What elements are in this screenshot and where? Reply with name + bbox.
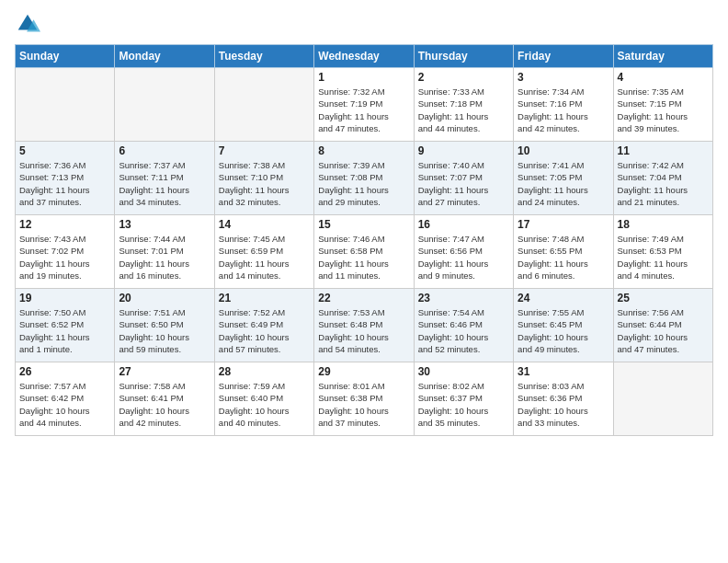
day-info: Sunrise: 7:46 AM Sunset: 6:58 PM Dayligh… [318, 233, 409, 282]
day-info: Sunrise: 7:35 AM Sunset: 7:15 PM Dayligh… [618, 86, 709, 134]
calendar-day-20: 20Sunrise: 7:51 AM Sunset: 6:50 PM Dayli… [115, 289, 214, 362]
calendar-day-13: 13Sunrise: 7:44 AM Sunset: 7:01 PM Dayli… [115, 215, 214, 289]
day-number: 10 [518, 144, 609, 157]
calendar-header-sunday: Sunday [16, 45, 115, 68]
day-info: Sunrise: 7:37 AM Sunset: 7:11 PM Dayligh… [119, 159, 210, 208]
logo [15, 11, 44, 37]
logo-icon [15, 11, 40, 37]
calendar-week-row: 5Sunrise: 7:36 AM Sunset: 7:13 PM Daylig… [16, 142, 713, 215]
calendar: SundayMondayTuesdayWednesdayThursdayFrid… [15, 44, 713, 436]
day-number: 16 [418, 218, 509, 231]
day-number: 6 [119, 144, 210, 157]
day-number: 12 [19, 218, 110, 231]
calendar-day-9: 9Sunrise: 7:40 AM Sunset: 7:07 PM Daylig… [414, 142, 513, 215]
calendar-day-16: 16Sunrise: 7:47 AM Sunset: 6:56 PM Dayli… [414, 215, 513, 289]
calendar-week-row: 19Sunrise: 7:50 AM Sunset: 6:52 PM Dayli… [16, 289, 713, 362]
day-number: 24 [518, 292, 609, 304]
calendar-day-14: 14Sunrise: 7:45 AM Sunset: 6:59 PM Dayli… [214, 215, 313, 289]
calendar-day-27: 27Sunrise: 7:58 AM Sunset: 6:41 PM Dayli… [115, 362, 214, 436]
calendar-day-22: 22Sunrise: 7:53 AM Sunset: 6:48 PM Dayli… [314, 289, 414, 362]
calendar-day-2: 2Sunrise: 7:33 AM Sunset: 7:18 PM Daylig… [414, 68, 513, 142]
day-info: Sunrise: 7:43 AM Sunset: 7:02 PM Dayligh… [19, 233, 110, 282]
day-number: 9 [418, 144, 509, 157]
calendar-day-23: 23Sunrise: 7:54 AM Sunset: 6:46 PM Dayli… [414, 289, 513, 362]
day-number: 5 [19, 144, 110, 157]
day-number: 31 [518, 365, 609, 378]
calendar-day-25: 25Sunrise: 7:56 AM Sunset: 6:44 PM Dayli… [613, 289, 712, 362]
day-info: Sunrise: 7:54 AM Sunset: 6:46 PM Dayligh… [418, 306, 509, 355]
day-number: 11 [618, 144, 709, 157]
day-info: Sunrise: 8:01 AM Sunset: 6:38 PM Dayligh… [318, 380, 409, 429]
day-number: 30 [418, 365, 509, 378]
calendar-day-4: 4Sunrise: 7:35 AM Sunset: 7:15 PM Daylig… [613, 68, 712, 142]
day-info: Sunrise: 7:42 AM Sunset: 7:04 PM Dayligh… [618, 159, 709, 208]
calendar-day-21: 21Sunrise: 7:52 AM Sunset: 6:49 PM Dayli… [214, 289, 313, 362]
calendar-empty-cell [214, 68, 313, 142]
calendar-day-7: 7Sunrise: 7:38 AM Sunset: 7:10 PM Daylig… [214, 142, 313, 215]
day-info: Sunrise: 7:59 AM Sunset: 6:40 PM Dayligh… [219, 380, 310, 429]
day-info: Sunrise: 7:34 AM Sunset: 7:16 PM Dayligh… [518, 86, 609, 134]
calendar-empty-cell [16, 68, 115, 142]
day-info: Sunrise: 7:52 AM Sunset: 6:49 PM Dayligh… [219, 306, 310, 355]
calendar-day-3: 3Sunrise: 7:34 AM Sunset: 7:16 PM Daylig… [514, 68, 613, 142]
day-number: 2 [418, 71, 509, 84]
calendar-week-row: 26Sunrise: 7:57 AM Sunset: 6:42 PM Dayli… [16, 362, 713, 436]
day-info: Sunrise: 7:38 AM Sunset: 7:10 PM Dayligh… [219, 159, 310, 208]
calendar-empty-cell [613, 362, 712, 436]
day-number: 17 [518, 218, 609, 231]
calendar-week-row: 12Sunrise: 7:43 AM Sunset: 7:02 PM Dayli… [16, 215, 713, 289]
calendar-header-friday: Friday [514, 45, 613, 68]
calendar-day-11: 11Sunrise: 7:42 AM Sunset: 7:04 PM Dayli… [613, 142, 712, 215]
calendar-week-row: 1Sunrise: 7:32 AM Sunset: 7:19 PM Daylig… [16, 68, 713, 142]
day-info: Sunrise: 7:58 AM Sunset: 6:41 PM Dayligh… [119, 380, 210, 429]
day-number: 1 [318, 71, 409, 84]
day-info: Sunrise: 7:57 AM Sunset: 6:42 PM Dayligh… [19, 380, 110, 429]
calendar-day-30: 30Sunrise: 8:02 AM Sunset: 6:37 PM Dayli… [414, 362, 513, 436]
day-number: 29 [318, 365, 409, 378]
calendar-day-31: 31Sunrise: 8:03 AM Sunset: 6:36 PM Dayli… [514, 362, 613, 436]
day-number: 28 [219, 365, 310, 378]
page: SundayMondayTuesdayWednesdayThursdayFrid… [0, 0, 728, 563]
calendar-header-row: SundayMondayTuesdayWednesdayThursdayFrid… [16, 45, 713, 68]
calendar-day-29: 29Sunrise: 8:01 AM Sunset: 6:38 PM Dayli… [314, 362, 414, 436]
day-number: 21 [219, 292, 310, 304]
day-info: Sunrise: 7:33 AM Sunset: 7:18 PM Dayligh… [418, 86, 509, 134]
calendar-day-5: 5Sunrise: 7:36 AM Sunset: 7:13 PM Daylig… [16, 142, 115, 215]
day-info: Sunrise: 7:56 AM Sunset: 6:44 PM Dayligh… [618, 306, 709, 355]
day-number: 25 [618, 292, 709, 304]
day-number: 14 [219, 218, 310, 231]
day-info: Sunrise: 7:48 AM Sunset: 6:55 PM Dayligh… [518, 233, 609, 282]
day-number: 15 [318, 218, 409, 231]
calendar-empty-cell [115, 68, 214, 142]
day-number: 7 [219, 144, 310, 157]
day-number: 20 [119, 292, 210, 304]
calendar-day-24: 24Sunrise: 7:55 AM Sunset: 6:45 PM Dayli… [514, 289, 613, 362]
calendar-day-6: 6Sunrise: 7:37 AM Sunset: 7:11 PM Daylig… [115, 142, 214, 215]
calendar-day-17: 17Sunrise: 7:48 AM Sunset: 6:55 PM Dayli… [514, 215, 613, 289]
day-info: Sunrise: 7:49 AM Sunset: 6:53 PM Dayligh… [618, 233, 709, 282]
day-number: 8 [318, 144, 409, 157]
day-number: 27 [119, 365, 210, 378]
day-info: Sunrise: 7:51 AM Sunset: 6:50 PM Dayligh… [119, 306, 210, 355]
day-number: 13 [119, 218, 210, 231]
day-info: Sunrise: 7:45 AM Sunset: 6:59 PM Dayligh… [219, 233, 310, 282]
day-info: Sunrise: 7:39 AM Sunset: 7:08 PM Dayligh… [318, 159, 409, 208]
day-number: 19 [19, 292, 110, 304]
day-number: 23 [418, 292, 509, 304]
day-number: 3 [518, 71, 609, 84]
day-info: Sunrise: 7:53 AM Sunset: 6:48 PM Dayligh… [318, 306, 409, 355]
day-info: Sunrise: 7:47 AM Sunset: 6:56 PM Dayligh… [418, 233, 509, 282]
calendar-day-28: 28Sunrise: 7:59 AM Sunset: 6:40 PM Dayli… [214, 362, 313, 436]
day-info: Sunrise: 7:55 AM Sunset: 6:45 PM Dayligh… [518, 306, 609, 355]
day-number: 18 [618, 218, 709, 231]
calendar-header-saturday: Saturday [613, 45, 712, 68]
calendar-day-12: 12Sunrise: 7:43 AM Sunset: 7:02 PM Dayli… [16, 215, 115, 289]
calendar-day-10: 10Sunrise: 7:41 AM Sunset: 7:05 PM Dayli… [514, 142, 613, 215]
calendar-day-18: 18Sunrise: 7:49 AM Sunset: 6:53 PM Dayli… [613, 215, 712, 289]
day-info: Sunrise: 8:03 AM Sunset: 6:36 PM Dayligh… [518, 380, 609, 429]
calendar-header-tuesday: Tuesday [214, 45, 313, 68]
calendar-day-15: 15Sunrise: 7:46 AM Sunset: 6:58 PM Dayli… [314, 215, 414, 289]
day-info: Sunrise: 8:02 AM Sunset: 6:37 PM Dayligh… [418, 380, 509, 429]
day-info: Sunrise: 7:50 AM Sunset: 6:52 PM Dayligh… [19, 306, 110, 355]
day-info: Sunrise: 7:41 AM Sunset: 7:05 PM Dayligh… [518, 159, 609, 208]
